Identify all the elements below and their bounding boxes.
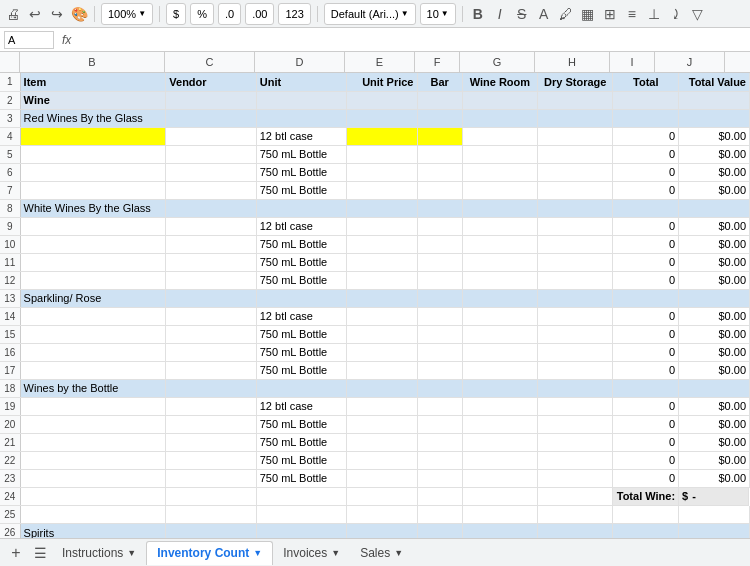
cell-j16[interactable]: $0.00 (679, 343, 750, 361)
cell-e24[interactable] (347, 487, 417, 506)
percent-btn[interactable]: % (190, 3, 214, 25)
cell-g26[interactable] (462, 524, 537, 539)
cell-c2[interactable] (166, 91, 256, 109)
cell-i21[interactable]: 0 (613, 433, 679, 451)
more-icon[interactable]: ▽ (689, 5, 707, 23)
cell-c22[interactable] (166, 451, 256, 469)
tab-invoices-caret[interactable]: ▼ (331, 548, 340, 558)
cell-d26[interactable] (256, 524, 346, 539)
cell-e2[interactable] (347, 91, 417, 109)
cell-b14[interactable] (20, 307, 166, 325)
cell-h24[interactable] (538, 487, 613, 506)
add-sheet-button[interactable]: + (4, 541, 28, 565)
cell-d9[interactable]: 12 btl case (256, 217, 346, 235)
cell-b19[interactable] (20, 397, 166, 415)
cell-h20[interactable] (538, 415, 613, 433)
col-header-c[interactable]: C (165, 52, 255, 72)
cell-i20[interactable]: 0 (613, 415, 679, 433)
cell-f10[interactable] (417, 235, 462, 253)
decimal00-btn[interactable]: .00 (245, 3, 274, 25)
tab-invoices[interactable]: Invoices ▼ (273, 541, 350, 565)
cell-f14[interactable] (417, 307, 462, 325)
cell-g21[interactable] (462, 433, 537, 451)
cell-j3[interactable] (679, 109, 750, 127)
cell-e7[interactable] (347, 181, 417, 199)
cell-c8[interactable] (166, 199, 256, 217)
cell-j2[interactable] (679, 91, 750, 109)
cell-g8[interactable] (462, 199, 537, 217)
tab-instructions[interactable]: Instructions ▼ (52, 541, 146, 565)
cell-c23[interactable] (166, 469, 256, 487)
cell-d13[interactable] (256, 289, 346, 307)
cell-f8[interactable] (417, 199, 462, 217)
cell-j25[interactable] (679, 506, 750, 524)
cell-d16[interactable]: 750 mL Bottle (256, 343, 346, 361)
cell-b2[interactable]: Wine (20, 91, 166, 109)
cell-g17[interactable] (462, 361, 537, 379)
cell-f16[interactable] (417, 343, 462, 361)
cell-j15[interactable]: $0.00 (679, 325, 750, 343)
cell-e18[interactable] (347, 379, 417, 397)
cell-g19[interactable] (462, 397, 537, 415)
format123-btn[interactable]: 123 (278, 3, 310, 25)
cell-i25[interactable] (613, 506, 679, 524)
cell-c9[interactable] (166, 217, 256, 235)
cell-c4[interactable] (166, 127, 256, 145)
cell-h25[interactable] (538, 506, 613, 524)
cell-g1[interactable]: Wine Room (462, 73, 537, 91)
cell-h10[interactable] (538, 235, 613, 253)
font-color-icon[interactable]: A (535, 5, 553, 23)
cell-j7[interactable]: $0.00 (679, 181, 750, 199)
cell-h7[interactable] (538, 181, 613, 199)
cell-f17[interactable] (417, 361, 462, 379)
cell-h22[interactable] (538, 451, 613, 469)
cell-j18[interactable] (679, 379, 750, 397)
cell-b25[interactable] (20, 506, 166, 524)
font-selector[interactable]: Default (Ari...) ▼ (324, 3, 416, 25)
cell-h4[interactable] (538, 127, 613, 145)
cell-d22[interactable]: 750 mL Bottle (256, 451, 346, 469)
cell-f18[interactable] (417, 379, 462, 397)
cell-h15[interactable] (538, 325, 613, 343)
cell-b17[interactable] (20, 361, 166, 379)
undo-icon[interactable]: ↩ (26, 5, 44, 23)
cell-e19[interactable] (347, 397, 417, 415)
cell-g15[interactable] (462, 325, 537, 343)
redo-icon[interactable]: ↪ (48, 5, 66, 23)
cell-h13[interactable] (538, 289, 613, 307)
cell-j6[interactable]: $0.00 (679, 163, 750, 181)
cell-b11[interactable] (20, 253, 166, 271)
cell-d15[interactable]: 750 mL Bottle (256, 325, 346, 343)
cell-b6[interactable] (20, 163, 166, 181)
cell-g7[interactable] (462, 181, 537, 199)
cell-e20[interactable] (347, 415, 417, 433)
fontsize-selector[interactable]: 10 ▼ (420, 3, 456, 25)
cell-c11[interactable] (166, 253, 256, 271)
cell-i5[interactable]: 0 (613, 145, 679, 163)
cell-g6[interactable] (462, 163, 537, 181)
cell-d4[interactable]: 12 btl case (256, 127, 346, 145)
cell-g9[interactable] (462, 217, 537, 235)
cell-f3[interactable] (417, 109, 462, 127)
cell-c26[interactable] (166, 524, 256, 539)
col-header-b[interactable]: B (20, 52, 165, 72)
cell-f9[interactable] (417, 217, 462, 235)
cell-h19[interactable] (538, 397, 613, 415)
tab-instructions-caret[interactable]: ▼ (127, 548, 136, 558)
cell-f15[interactable] (417, 325, 462, 343)
cell-c6[interactable] (166, 163, 256, 181)
cell-f12[interactable] (417, 271, 462, 289)
cell-e4[interactable] (347, 127, 417, 145)
cell-f11[interactable] (417, 253, 462, 271)
cell-c14[interactable] (166, 307, 256, 325)
cell-b24[interactable] (20, 487, 166, 506)
cell-h18[interactable] (538, 379, 613, 397)
cell-h1[interactable]: Dry Storage (538, 73, 613, 91)
cell-f5[interactable] (417, 145, 462, 163)
cell-h5[interactable] (538, 145, 613, 163)
cell-f13[interactable] (417, 289, 462, 307)
cell-b1[interactable]: Item (20, 73, 166, 91)
cell-i2[interactable] (613, 91, 679, 109)
cell-b4[interactable] (20, 127, 166, 145)
cell-e15[interactable] (347, 325, 417, 343)
